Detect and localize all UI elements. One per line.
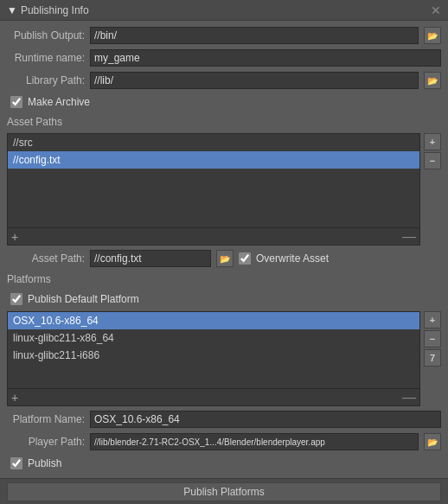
asset-path-label: Asset Path: [7, 252, 85, 265]
publish-default-checkbox[interactable] [10, 293, 22, 305]
asset-minus-btn[interactable]: − [424, 152, 441, 169]
player-path-input[interactable] [90, 433, 419, 450]
publish-output-label: Publish Output: [7, 29, 85, 41]
platform-side-buttons: + − 7 [424, 311, 441, 406]
list-item[interactable]: linux-glibc211-i686 [8, 347, 419, 364]
library-path-folder-btn[interactable]: 📂 [424, 72, 441, 89]
asset-list-wrapper: //src//config.txt + — [7, 133, 420, 246]
list-item[interactable]: //config.txt [8, 151, 419, 169]
close-icon[interactable]: ✕ [431, 3, 441, 17]
asset-list-section: //src//config.txt + — + − [7, 133, 441, 246]
library-path-row: Library Path: 📂 [7, 71, 441, 90]
platform-list-section: OSX_10.6-x86_64linux-glibc211-x86_64linu… [7, 311, 441, 406]
runtime-name-label: Runtime name: [7, 52, 85, 64]
list-item[interactable]: //src [8, 134, 419, 151]
publishing-info-panel: ▼ Publishing Info ✕ Publish Output: 📂 Ru… [0, 0, 448, 504]
runtime-name-input[interactable] [90, 49, 441, 67]
asset-path-row: Asset Path: 📂 Overwrite Asset [7, 249, 441, 268]
platform-minus-btn[interactable]: − [424, 330, 441, 348]
asset-list-divider: — [402, 229, 416, 245]
asset-plus-btn[interactable]: + [424, 133, 441, 150]
platform-name-label: Platform Name: [7, 413, 85, 425]
triangle-icon: ▼ [7, 4, 17, 16]
publish-row: Publish [7, 455, 441, 472]
list-item[interactable]: linux-glibc211-x86_64 [8, 329, 419, 347]
content-area: Publish Output: 📂 Runtime name: Library … [0, 21, 448, 478]
list-item[interactable]: OSX_10.6-x86_64 [8, 312, 419, 329]
publish-label: Publish [28, 457, 61, 469]
publish-output-row: Publish Output: 📂 [7, 26, 441, 45]
asset-list-footer: + — [7, 228, 420, 246]
make-archive-label: Make Archive [28, 96, 90, 108]
publish-output-folder-btn[interactable]: 📂 [424, 27, 441, 44]
platform-add-btn[interactable]: + [11, 392, 18, 404]
publish-default-platform-row: Publish Default Platform [7, 290, 441, 308]
bottom-bar: Publish Platforms [0, 478, 448, 504]
panel-header-left: ▼ Publishing Info [7, 4, 89, 16]
player-path-row: Player Path: 📂 [7, 432, 441, 451]
make-archive-row: Make Archive [7, 93, 441, 111]
overwrite-asset-label: Overwrite Asset [256, 252, 329, 265]
publish-default-label: Publish Default Platform [28, 293, 139, 305]
publish-platforms-btn[interactable]: Publish Platforms [7, 482, 441, 501]
asset-add-btn[interactable]: + [11, 231, 18, 243]
player-path-folder-btn[interactable]: 📂 [424, 433, 441, 450]
platforms-section-label: Platforms [7, 271, 441, 287]
asset-list[interactable]: //src//config.txt [7, 133, 420, 228]
platform-list[interactable]: OSX_10.6-x86_64linux-glibc211-x86_64linu… [7, 311, 420, 389]
publish-output-input[interactable] [90, 27, 419, 44]
platform-list-divider: — [402, 390, 416, 405]
asset-path-input[interactable] [90, 250, 211, 267]
asset-path-folder-btn[interactable]: 📂 [216, 250, 234, 267]
platform-name-input[interactable] [90, 411, 441, 428]
platform-name-row: Platform Name: [7, 410, 441, 429]
library-path-input[interactable] [90, 72, 419, 89]
platform-list-footer: + — [7, 389, 420, 406]
overwrite-asset-checkbox[interactable] [239, 252, 251, 265]
asset-paths-section-label: Asset Paths [7, 114, 441, 130]
player-path-label: Player Path: [7, 436, 85, 448]
platform-plus-btn[interactable]: + [424, 311, 441, 329]
panel-header: ▼ Publishing Info ✕ [0, 0, 448, 21]
library-path-label: Library Path: [7, 74, 85, 86]
platform-seven-btn[interactable]: 7 [424, 349, 441, 367]
platform-list-wrapper: OSX_10.6-x86_64linux-glibc211-x86_64linu… [7, 311, 420, 406]
runtime-name-row: Runtime name: [7, 48, 441, 67]
panel-title: Publishing Info [21, 4, 89, 16]
make-archive-checkbox[interactable] [10, 96, 22, 108]
publish-checkbox[interactable] [10, 457, 22, 469]
asset-side-buttons: + − [424, 133, 441, 246]
